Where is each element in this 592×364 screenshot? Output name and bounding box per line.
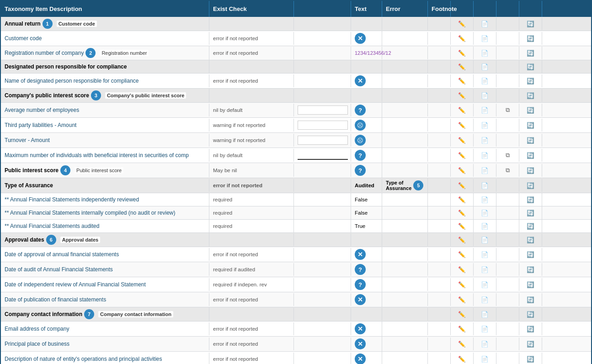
doc-approval-dates-group[interactable]: 📄 <box>480 236 490 244</box>
edit-description-nature[interactable]: ✏️ <box>457 355 467 364</box>
row-date-independent-review: Date of independent review of Annual Fin… <box>1 277 591 292</box>
annotation-7: Company contact information <box>98 311 173 317</box>
desc-description-nature: Description of nature of entity's operat… <box>5 356 162 362</box>
error-date-audit: ? <box>355 264 366 275</box>
edit-company-contact-group[interactable]: ✏️ <box>457 310 467 319</box>
input-avg-employees[interactable] <box>298 106 348 115</box>
edit-designated-person-group[interactable]: ✏️ <box>457 63 467 71</box>
header-col7 <box>451 1 474 17</box>
edit-independently-reviewed[interactable]: ✏️ <box>457 195 467 204</box>
edit-date-approval[interactable]: ✏️ <box>457 250 467 259</box>
header-col9 <box>496 1 519 17</box>
doc-description-nature[interactable]: 📄 <box>480 355 490 364</box>
doc-registration-number[interactable]: 📄 <box>480 49 490 58</box>
edit-date-independent-review[interactable]: ✏️ <box>457 280 467 289</box>
refresh-public-interest-score[interactable]: 🔄 <box>526 166 535 175</box>
input-third-party-liabilities[interactable] <box>298 121 348 130</box>
doc-independently-reviewed[interactable]: 📄 <box>480 195 490 204</box>
edit-audited[interactable]: ✏️ <box>457 222 467 231</box>
refresh-approval-dates-group[interactable]: 🔄 <box>526 236 535 244</box>
refresh-principal-place[interactable]: 🔄 <box>526 340 535 348</box>
copy-avg-employees[interactable]: ⧉ <box>505 106 511 115</box>
group-annual-return-edit[interactable]: ✏️ <box>457 20 467 28</box>
refresh-date-approval[interactable]: 🔄 <box>526 250 535 259</box>
desc-principal-place: Principal place of business <box>5 341 69 347</box>
refresh-customer-code[interactable]: 🔄 <box>526 34 535 43</box>
edit-turnover[interactable]: ✏️ <box>457 136 467 145</box>
refresh-turnover[interactable]: 🔄 <box>526 136 535 145</box>
refresh-designated-person-name[interactable]: 🔄 <box>526 77 535 85</box>
copy-max-individuals[interactable]: ⧉ <box>505 151 511 160</box>
edit-customer-code[interactable]: ✏️ <box>457 34 467 43</box>
refresh-date-independent-review[interactable]: 🔄 <box>526 280 535 289</box>
refresh-designated-person-group[interactable]: 🔄 <box>526 63 535 71</box>
edit-public-interest-group[interactable]: ✏️ <box>457 91 467 100</box>
refresh-date-publication[interactable]: 🔄 <box>526 295 535 304</box>
refresh-audited[interactable]: 🔄 <box>526 222 535 231</box>
input-max-individuals[interactable] <box>298 151 348 160</box>
doc-third-party-liabilities[interactable]: 📄 <box>480 121 490 130</box>
doc-max-individuals[interactable]: 📄 <box>480 151 490 160</box>
group-annual-return: Annual return 1 Customer code ✏️ 📄 🔄 <box>1 17 591 31</box>
refresh-date-audit[interactable]: 🔄 <box>526 265 535 274</box>
group-approval-dates-label: Approval dates <box>5 237 44 243</box>
edit-internally-compiled[interactable]: ✏️ <box>457 209 467 217</box>
badge-2: 2 <box>85 48 96 58</box>
edit-email-address[interactable]: ✏️ <box>457 325 467 333</box>
refresh-description-nature[interactable]: 🔄 <box>526 355 535 364</box>
row-independently-reviewed: ** Annual Financial Statements independe… <box>1 193 591 206</box>
doc-company-contact-group[interactable]: 📄 <box>480 310 490 319</box>
desc-public-interest-score: Public interest score <box>5 167 59 174</box>
copy-public-interest-score[interactable]: ⧉ <box>505 166 511 175</box>
refresh-email-address[interactable]: 🔄 <box>526 325 535 333</box>
refresh-max-individuals[interactable]: 🔄 <box>526 151 535 160</box>
doc-email-address[interactable]: 📄 <box>480 325 490 333</box>
error-customer-code: ✕ <box>355 33 366 44</box>
doc-turnover[interactable]: 📄 <box>480 136 490 145</box>
doc-date-publication[interactable]: 📄 <box>480 295 490 304</box>
desc-email-address: Email address of company <box>5 326 69 332</box>
doc-date-independent-review[interactable]: 📄 <box>480 280 490 289</box>
refresh-internally-compiled[interactable]: 🔄 <box>526 209 535 217</box>
refresh-company-contact-group[interactable]: 🔄 <box>526 310 535 319</box>
refresh-registration-number[interactable]: 🔄 <box>526 49 535 58</box>
row-internally-compiled: ** Annual Financial Statements internall… <box>1 206 591 220</box>
doc-designated-person-name[interactable]: 📄 <box>480 77 490 85</box>
doc-date-audit[interactable]: 📄 <box>480 265 490 274</box>
edit-avg-employees[interactable]: ✏️ <box>457 106 467 115</box>
edit-date-audit[interactable]: ✏️ <box>457 265 467 274</box>
error-turnover: ☹ <box>355 135 366 146</box>
group-annual-return-refresh[interactable]: 🔄 <box>526 20 535 28</box>
group-annual-return-doc[interactable]: 📄 <box>480 20 490 28</box>
refresh-independently-reviewed[interactable]: 🔄 <box>526 195 535 204</box>
edit-public-interest-score[interactable]: ✏️ <box>457 166 467 175</box>
doc-date-approval[interactable]: 📄 <box>480 250 490 259</box>
doc-audited[interactable]: 📄 <box>480 222 490 231</box>
doc-internally-compiled[interactable]: 📄 <box>480 209 490 217</box>
doc-public-interest-score[interactable]: 📄 <box>480 166 490 175</box>
doc-customer-code[interactable]: 📄 <box>480 34 490 43</box>
error-third-party-liabilities: ☹ <box>355 120 366 131</box>
edit-max-individuals[interactable]: ✏️ <box>457 151 467 160</box>
refresh-public-interest-group[interactable]: 🔄 <box>526 91 535 100</box>
input-turnover[interactable] <box>298 136 348 145</box>
edit-date-publication[interactable]: ✏️ <box>457 295 467 304</box>
doc-avg-employees[interactable]: 📄 <box>480 106 490 115</box>
edit-third-party-liabilities[interactable]: ✏️ <box>457 121 467 130</box>
edit-registration-number[interactable]: ✏️ <box>457 49 467 58</box>
row-customer-code: Customer code error if not reported ✕ ✏️… <box>1 31 591 46</box>
doc-public-interest-group[interactable]: 📄 <box>480 91 490 100</box>
header-error: Error <box>382 1 428 17</box>
doc-type-assurance-group[interactable]: 📄 <box>480 181 490 190</box>
refresh-type-assurance-group[interactable]: 🔄 <box>526 181 535 190</box>
exist-date-independent-review: required if indepen. rev <box>213 282 267 287</box>
doc-principal-place[interactable]: 📄 <box>480 340 490 348</box>
refresh-third-party-liabilities[interactable]: 🔄 <box>526 121 535 130</box>
edit-designated-person-name[interactable]: ✏️ <box>457 77 467 85</box>
row-public-interest-score: Public interest score 4 Public interest … <box>1 163 591 178</box>
edit-principal-place[interactable]: ✏️ <box>457 340 467 348</box>
refresh-avg-employees[interactable]: 🔄 <box>526 106 535 115</box>
edit-approval-dates-group[interactable]: ✏️ <box>457 236 467 244</box>
doc-designated-person-group[interactable]: 📄 <box>480 63 490 71</box>
edit-type-assurance-group[interactable]: ✏️ <box>457 181 467 190</box>
